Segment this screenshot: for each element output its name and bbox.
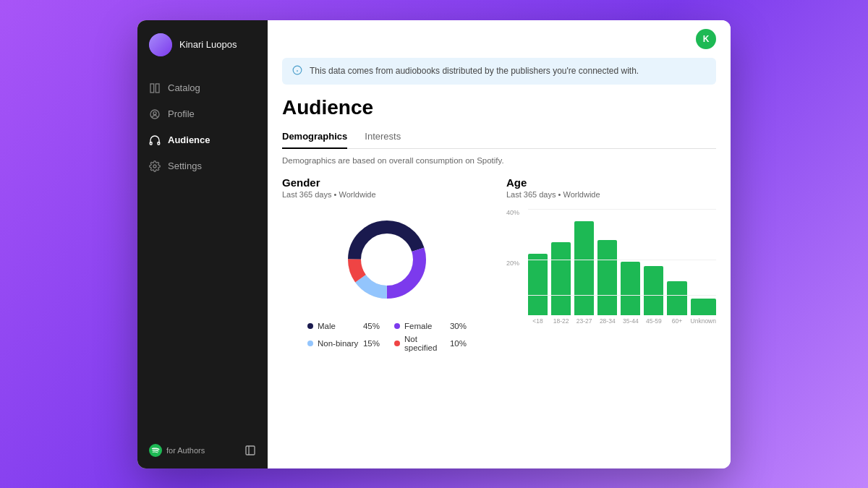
bar-60+ bbox=[667, 281, 686, 315]
tab-interests[interactable]: Interests bbox=[365, 131, 401, 149]
nonbinary-dot bbox=[307, 341, 313, 346]
svg-rect-0 bbox=[150, 84, 154, 93]
bar-group-28-34: 28-34 bbox=[597, 240, 617, 325]
y-label-20: 20% bbox=[506, 260, 519, 267]
top-bar: K bbox=[268, 20, 731, 58]
legend-male: Male 45% bbox=[307, 322, 380, 330]
notspecified-label: Not specified bbox=[404, 335, 446, 352]
legend-female: Female 30% bbox=[394, 322, 467, 330]
bar-label-45-59: 45-59 bbox=[646, 317, 662, 325]
spotify-icon bbox=[149, 444, 162, 457]
bar-<18 bbox=[528, 254, 548, 315]
notspecified-pct: 10% bbox=[450, 339, 467, 348]
donut-container: Male 45% Female 30% bbox=[282, 209, 492, 352]
gridline-top bbox=[528, 209, 716, 210]
bar-label-23-27: 23-27 bbox=[576, 317, 592, 325]
sidebar-nav: Catalog Profile Audience Settings bbox=[137, 69, 268, 432]
svg-rect-5 bbox=[158, 142, 160, 144]
sidebar-item-catalog[interactable]: Catalog bbox=[137, 75, 268, 101]
bar-18-22 bbox=[551, 242, 571, 315]
page-title: Audience bbox=[282, 96, 716, 119]
bar-35-44 bbox=[621, 262, 640, 315]
avatar bbox=[149, 33, 172, 56]
user-badge[interactable]: K bbox=[696, 29, 716, 49]
info-icon bbox=[292, 65, 302, 77]
tab-demographics[interactable]: Demographics bbox=[282, 131, 347, 149]
age-title: Age bbox=[506, 176, 716, 189]
bar-group-Unknown: Unknown bbox=[691, 299, 716, 325]
spotify-logo: for Authors bbox=[149, 444, 205, 457]
female-pct: 30% bbox=[450, 322, 467, 330]
age-subtitle: Last 365 days • Worldwide bbox=[506, 190, 716, 199]
age-section: Age Last 365 days • Worldwide bbox=[506, 176, 716, 352]
bar-group-60+: 60+ bbox=[667, 281, 686, 325]
notspecified-dot bbox=[394, 341, 400, 346]
content-area: Audience Demographics Interests Demograp… bbox=[268, 96, 731, 367]
bar-group-35-44: 35-44 bbox=[621, 262, 640, 325]
bar-23-27 bbox=[574, 221, 594, 315]
sidebar-item-audience[interactable]: Audience bbox=[137, 127, 268, 153]
user-profile[interactable]: Kinari Luopos bbox=[137, 20, 268, 69]
legend-nonbinary: Non-binary 15% bbox=[307, 335, 380, 352]
legend-notspecified: Not specified 10% bbox=[394, 335, 467, 352]
female-dot bbox=[394, 323, 400, 329]
sidebar-footer: for Authors bbox=[137, 432, 268, 468]
y-label-40: 40% bbox=[506, 209, 519, 216]
female-label: Female bbox=[404, 322, 432, 330]
main-content: K This data comes from audiobooks distri… bbox=[268, 20, 731, 468]
gender-section: Gender Last 365 days • Worldwide bbox=[282, 176, 492, 352]
sidebar-item-settings[interactable]: Settings bbox=[137, 153, 268, 179]
banner-text: This data comes from audiobooks distribu… bbox=[310, 66, 639, 76]
bar-Unknown bbox=[691, 299, 716, 315]
svg-point-6 bbox=[153, 165, 156, 168]
gender-subtitle: Last 365 days • Worldwide bbox=[282, 190, 492, 199]
gender-title: Gender bbox=[282, 176, 492, 189]
bar-label-<18: <18 bbox=[532, 317, 542, 325]
catalog-label: Catalog bbox=[168, 82, 200, 93]
bar-label-35-44: 35-44 bbox=[623, 317, 639, 325]
settings-label: Settings bbox=[168, 160, 202, 171]
bar-group-<18: <18 bbox=[528, 254, 548, 325]
profile-label: Profile bbox=[168, 108, 195, 119]
donut-chart bbox=[336, 209, 438, 310]
bar-label-18-22: 18-22 bbox=[553, 317, 569, 325]
bar-label-60+: 60+ bbox=[672, 317, 682, 325]
tabs: Demographics Interests bbox=[282, 131, 716, 149]
charts-row: Gender Last 365 days • Worldwide bbox=[282, 176, 716, 352]
gridline-40 bbox=[528, 209, 716, 210]
male-dot bbox=[307, 323, 313, 329]
headphones-icon bbox=[149, 134, 161, 146]
svg-rect-8 bbox=[246, 446, 255, 455]
book-icon bbox=[149, 82, 161, 94]
main-window: Kinari Luopos Catalog Profile Audience bbox=[137, 20, 731, 468]
username: Kinari Luopos bbox=[179, 39, 237, 50]
y-axis: 40% 20% bbox=[506, 209, 519, 310]
bar-label-28-34: 28-34 bbox=[600, 317, 616, 325]
svg-rect-1 bbox=[156, 84, 159, 93]
gear-icon bbox=[149, 160, 161, 172]
male-label: Male bbox=[318, 322, 336, 330]
bar-group-18-22: 18-22 bbox=[551, 242, 571, 325]
footer-logo-text: for Authors bbox=[166, 446, 205, 455]
svg-point-3 bbox=[153, 111, 156, 114]
bar-chart-container: 40% 20% <1818-2223-2728-3435-4445-5960+U… bbox=[506, 209, 716, 325]
sidebar-item-profile[interactable]: Profile bbox=[137, 101, 268, 127]
info-banner: This data comes from audiobooks distribu… bbox=[282, 58, 716, 85]
audience-label: Audience bbox=[168, 134, 210, 145]
svg-rect-4 bbox=[150, 142, 152, 144]
nonbinary-pct: 15% bbox=[363, 339, 380, 348]
demographics-note: Demographics are based on overall consum… bbox=[282, 156, 716, 165]
bar-45-59 bbox=[644, 266, 663, 315]
bar-group-45-59: 45-59 bbox=[644, 266, 663, 325]
bar-group-23-27: 23-27 bbox=[574, 221, 594, 325]
sidebar: Kinari Luopos Catalog Profile Audience bbox=[137, 20, 268, 468]
bar-label-Unknown: Unknown bbox=[691, 317, 716, 325]
gender-legend: Male 45% Female 30% bbox=[307, 322, 467, 352]
bar-28-34 bbox=[597, 240, 617, 315]
nonbinary-label: Non-binary bbox=[318, 339, 358, 348]
bar-chart: 40% 20% <1818-2223-2728-3435-4445-5960+U… bbox=[506, 209, 716, 325]
panel-icon[interactable] bbox=[244, 445, 256, 456]
circle-user-icon bbox=[149, 108, 161, 120]
male-pct: 45% bbox=[363, 322, 380, 330]
